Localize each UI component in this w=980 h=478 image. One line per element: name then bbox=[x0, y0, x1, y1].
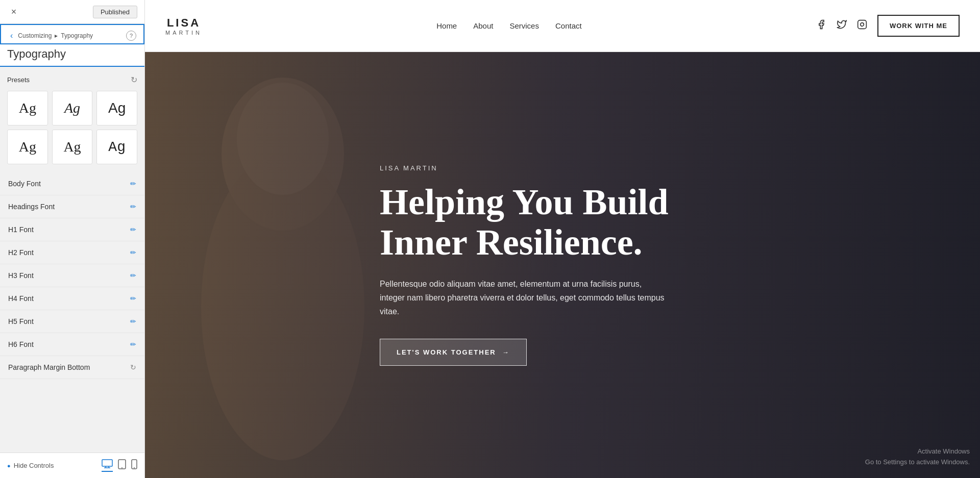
svg-point-7 bbox=[134, 467, 135, 468]
presets-section: Presets ↻ Ag Ag Ag Ag Ag Ag bbox=[0, 67, 144, 172]
h1-font-edit-button[interactable]: ✏ bbox=[130, 225, 136, 234]
panel-topbar: × Published bbox=[0, 0, 144, 24]
h5-font-label: H5 Font bbox=[8, 317, 34, 325]
breadcrumb-current: Typography bbox=[61, 32, 93, 39]
body-font-label: Body Font bbox=[8, 180, 41, 188]
hide-controls-label: Hide Controls bbox=[14, 462, 54, 469]
hero-description: Pellentesque odio aliquam vitae amet, el… bbox=[380, 277, 666, 319]
mobile-view-button[interactable] bbox=[131, 459, 137, 472]
panel-close-button[interactable]: × bbox=[7, 5, 20, 18]
h2-font-edit-button[interactable]: ✏ bbox=[130, 248, 136, 257]
h4-font-row[interactable]: H4 Font ✏ bbox=[0, 287, 144, 310]
site-logo: LISA MARTIN bbox=[165, 16, 202, 36]
breadcrumb-left: ‹ Customizing ▸ Typography bbox=[8, 30, 93, 41]
work-with-me-button[interactable]: WORK WITH ME bbox=[877, 15, 960, 37]
hide-controls-button[interactable]: ● Hide Controls bbox=[7, 462, 54, 469]
site-navbar: LISA MARTIN Home About Services Contact bbox=[145, 0, 980, 52]
panel-bottom-bar: ● Hide Controls bbox=[0, 452, 144, 478]
hide-controls-icon: ● bbox=[7, 463, 11, 469]
paragraph-margin-refresh-button[interactable]: ↻ bbox=[130, 363, 136, 371]
h1-font-label: H1 Font bbox=[8, 225, 34, 234]
site-hero: LISA MARTIN Helping You Build Inner Resi… bbox=[145, 52, 980, 478]
h6-font-row[interactable]: H6 Font ✏ bbox=[0, 333, 144, 356]
h6-font-label: H6 Font bbox=[8, 340, 34, 348]
h4-font-edit-button[interactable]: ✏ bbox=[130, 294, 136, 303]
activate-line1: Activate Windows bbox=[865, 446, 970, 457]
site-logo-name: LISA bbox=[167, 16, 201, 30]
h5-font-edit-button[interactable]: ✏ bbox=[130, 317, 136, 325]
nav-link-services[interactable]: Services bbox=[509, 21, 539, 30]
tablet-view-button[interactable] bbox=[118, 459, 126, 472]
hero-cta-arrow-icon: → bbox=[502, 348, 510, 356]
h3-font-row[interactable]: H3 Font ✏ bbox=[0, 264, 144, 287]
site-logo-sub: MARTIN bbox=[165, 30, 202, 36]
breadcrumb-row: ‹ Customizing ▸ Typography ? bbox=[0, 24, 144, 44]
presets-refresh-button[interactable]: ↻ bbox=[131, 75, 137, 85]
site-nav-right: WORK WITH ME bbox=[816, 15, 960, 37]
device-icons bbox=[102, 459, 137, 472]
twitter-icon[interactable] bbox=[837, 19, 847, 32]
breadcrumb-arrow-icon: ▸ bbox=[55, 32, 58, 39]
section-title: Typography bbox=[0, 44, 144, 67]
h2-font-row[interactable]: H2 Font ✏ bbox=[0, 241, 144, 264]
headings-font-edit-button[interactable]: ✏ bbox=[130, 203, 136, 211]
headings-font-row[interactable]: Headings Font ✏ bbox=[0, 195, 144, 218]
hero-content: LISA MARTIN Helping You Build Inner Resi… bbox=[380, 164, 669, 366]
hero-title: Helping You Build Inner Resilience. bbox=[380, 182, 669, 263]
presets-header: Presets ↻ bbox=[7, 75, 137, 85]
preset-card-1[interactable]: Ag bbox=[7, 91, 48, 125]
preset-card-3[interactable]: Ag bbox=[96, 91, 137, 125]
customizer-panel: × Published ‹ Customizing ▸ Typography ?… bbox=[0, 0, 145, 478]
panel-content: Presets ↻ Ag Ag Ag Ag Ag Ag Body Font ✏ … bbox=[0, 67, 144, 478]
paragraph-margin-label: Paragraph Margin Bottom bbox=[8, 363, 90, 371]
instagram-icon[interactable] bbox=[857, 19, 867, 32]
h3-font-edit-button[interactable]: ✏ bbox=[130, 271, 136, 280]
facebook-icon[interactable] bbox=[816, 19, 826, 32]
nav-link-home[interactable]: Home bbox=[436, 21, 457, 30]
breadcrumb-back-button[interactable]: ‹ bbox=[8, 30, 15, 41]
site-nav-links: Home About Services Contact bbox=[436, 21, 581, 30]
presets-label: Presets bbox=[7, 76, 30, 84]
breadcrumb-root: Customizing bbox=[18, 32, 52, 39]
activate-line2: Go to Settings to activate Windows. bbox=[865, 457, 970, 468]
published-badge: Published bbox=[93, 6, 137, 18]
font-rows-section: Body Font ✏ Headings Font ✏ H1 Font ✏ H2… bbox=[0, 172, 144, 420]
h5-font-row[interactable]: H5 Font ✏ bbox=[0, 310, 144, 333]
h4-font-label: H4 Font bbox=[8, 294, 34, 303]
hero-subtitle: LISA MARTIN bbox=[380, 164, 669, 172]
hero-cta-button[interactable]: LET'S WORK TOGETHER → bbox=[380, 339, 527, 366]
h1-font-row[interactable]: H1 Font ✏ bbox=[0, 218, 144, 241]
paragraph-margin-row[interactable]: Paragraph Margin Bottom ↻ bbox=[0, 356, 144, 379]
body-font-row[interactable]: Body Font ✏ bbox=[0, 172, 144, 195]
nav-link-about[interactable]: About bbox=[473, 21, 493, 30]
nav-link-contact[interactable]: Contact bbox=[555, 21, 582, 30]
preset-card-6[interactable]: Ag bbox=[96, 130, 137, 164]
svg-rect-0 bbox=[102, 460, 112, 466]
preset-card-4[interactable]: Ag bbox=[7, 130, 48, 164]
h3-font-label: H3 Font bbox=[8, 271, 34, 280]
help-button[interactable]: ? bbox=[126, 31, 136, 41]
svg-rect-8 bbox=[858, 20, 867, 29]
presets-grid: Ag Ag Ag Ag Ag Ag bbox=[7, 91, 137, 164]
hero-cta-label: LET'S WORK TOGETHER bbox=[397, 348, 496, 356]
svg-point-5 bbox=[121, 467, 122, 468]
preset-card-2[interactable]: Ag bbox=[52, 91, 93, 125]
activate-windows-watermark: Activate Windows Go to Settings to activ… bbox=[865, 446, 970, 468]
h6-font-edit-button[interactable]: ✏ bbox=[130, 340, 136, 348]
site-preview: LISA MARTIN Home About Services Contact bbox=[145, 0, 980, 478]
body-font-edit-button[interactable]: ✏ bbox=[130, 180, 136, 188]
headings-font-label: Headings Font bbox=[8, 203, 55, 211]
h2-font-label: H2 Font bbox=[8, 248, 34, 257]
preset-card-5[interactable]: Ag bbox=[52, 130, 93, 164]
desktop-view-button[interactable] bbox=[102, 459, 113, 472]
